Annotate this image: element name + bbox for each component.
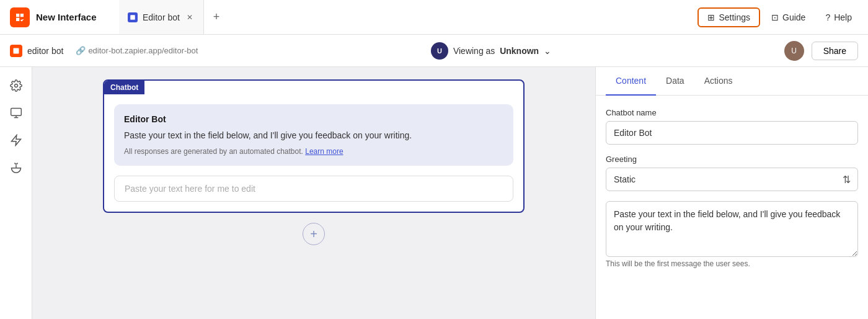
- sidebar-item-settings[interactable]: [5, 74, 27, 97]
- nav-actions: ⊞ Settings ⊡ Guide ? Help: [698, 7, 861, 27]
- guide-label: Guide: [782, 12, 805, 22]
- svg-rect-1: [14, 48, 19, 53]
- chat-body: Editor Bot Paste your text in the field …: [104, 94, 523, 212]
- help-button[interactable]: ? Help: [817, 9, 861, 26]
- chatbot-name-label: Chatbot name: [606, 108, 858, 117]
- greeting-select-wrap: Static Dynamic ⇅: [606, 168, 858, 191]
- chatbot-name-field: Chatbot name: [606, 108, 858, 145]
- guide-button[interactable]: ⊡ Guide: [763, 9, 814, 26]
- sidebar-item-layout[interactable]: [5, 102, 27, 124]
- sidebar-item-debug[interactable]: [5, 156, 27, 179]
- greeting-field: Greeting Static Dynamic ⇅: [606, 155, 858, 191]
- chat-sender: Editor Bot: [124, 114, 503, 124]
- greeting-select[interactable]: Static Dynamic: [606, 168, 858, 191]
- top-nav: New Interface Editor bot ✕ + ⊞ Settings …: [0, 0, 868, 35]
- page-url: editor-bot.zapier.app/editor-bot: [88, 46, 198, 55]
- sidebar: [0, 67, 32, 319]
- svg-marker-6: [11, 135, 20, 146]
- svg-point-2: [14, 84, 17, 88]
- viewing-badge: U: [431, 42, 448, 60]
- chatbot-card-label: Chatbot: [104, 81, 144, 94]
- chat-disclaimer: All responses are generated by an automa…: [124, 147, 503, 156]
- link-icon: 🔗: [76, 46, 86, 55]
- brand-name: New Interface: [36, 12, 97, 22]
- brand-logo: New Interface: [7, 7, 119, 27]
- settings-icon: ⊞: [707, 12, 715, 22]
- editor-tab-icon: [128, 12, 138, 22]
- sidebar-item-zap[interactable]: [5, 129, 27, 151]
- page-brand: editor bot: [10, 45, 63, 57]
- avatar: U: [784, 41, 804, 61]
- greeting-textarea[interactable]: Paste your text in the field below, and …: [606, 201, 858, 257]
- viewing-as-label: Viewing as Unknown: [453, 46, 539, 56]
- editor-tab-close[interactable]: ✕: [185, 12, 195, 22]
- url-bar: 🔗 editor-bot.zapier.app/editor-bot: [76, 46, 198, 55]
- greeting-label: Greeting: [606, 155, 858, 164]
- greeting-text-field: Paste your text in the field below, and …: [606, 201, 858, 268]
- svg-rect-3: [11, 109, 21, 116]
- help-label: Help: [834, 12, 852, 22]
- settings-label: Settings: [719, 12, 750, 22]
- editor-tab-label: Editor bot: [143, 12, 180, 22]
- help-icon: ?: [825, 12, 830, 22]
- chat-bubble: Editor Bot Paste your text in the field …: [114, 104, 513, 166]
- guide-icon: ⊡: [771, 12, 779, 22]
- learn-more-link[interactable]: Learn more: [305, 147, 343, 156]
- editor-bot-tab[interactable]: Editor bot ✕: [119, 0, 204, 34]
- page-icon: [10, 45, 22, 57]
- panel-tabs: Content Data Actions: [596, 67, 868, 96]
- main-layout: Chatbot Editor Bot Paste your text in th…: [0, 67, 868, 319]
- chat-input-area: Paste your text here for me to edit: [114, 176, 513, 202]
- share-button[interactable]: Share: [812, 42, 858, 60]
- brand-icon: [10, 7, 30, 27]
- chatbot-card[interactable]: Chatbot Editor Bot Paste your text in th…: [103, 79, 525, 213]
- secondary-nav: editor bot 🔗 editor-bot.zapier.app/edito…: [0, 35, 868, 67]
- tab-content[interactable]: Content: [606, 67, 656, 96]
- panel-body: Chatbot name Greeting Static Dynamic ⇅ P…: [596, 96, 868, 281]
- tab-bar: Editor bot ✕ +: [119, 0, 698, 34]
- tab-data[interactable]: Data: [656, 67, 694, 96]
- chat-message: Paste your text in the field below, and …: [124, 129, 503, 142]
- svg-rect-0: [130, 15, 135, 20]
- right-panel: Content Data Actions Chatbot name Greeti…: [595, 67, 868, 319]
- chatbot-widget-container: Chatbot Editor Bot Paste your text in th…: [103, 73, 525, 213]
- chatbot-name-input[interactable]: [606, 121, 858, 145]
- settings-button[interactable]: ⊞ Settings: [698, 7, 760, 27]
- chevron-down-icon: ⌄: [544, 46, 551, 56]
- chat-input-placeholder: Paste your text here for me to edit: [125, 184, 255, 194]
- add-tab-button[interactable]: +: [206, 7, 226, 27]
- page-name: editor bot: [27, 46, 63, 56]
- canvas: Chatbot Editor Bot Paste your text in th…: [32, 67, 595, 319]
- tab-actions[interactable]: Actions: [694, 67, 743, 96]
- greeting-hint: This will be the first message the user …: [606, 259, 858, 268]
- canvas-add-button[interactable]: +: [303, 223, 325, 245]
- viewing-as-dropdown[interactable]: U Viewing as Unknown ⌄: [431, 42, 551, 60]
